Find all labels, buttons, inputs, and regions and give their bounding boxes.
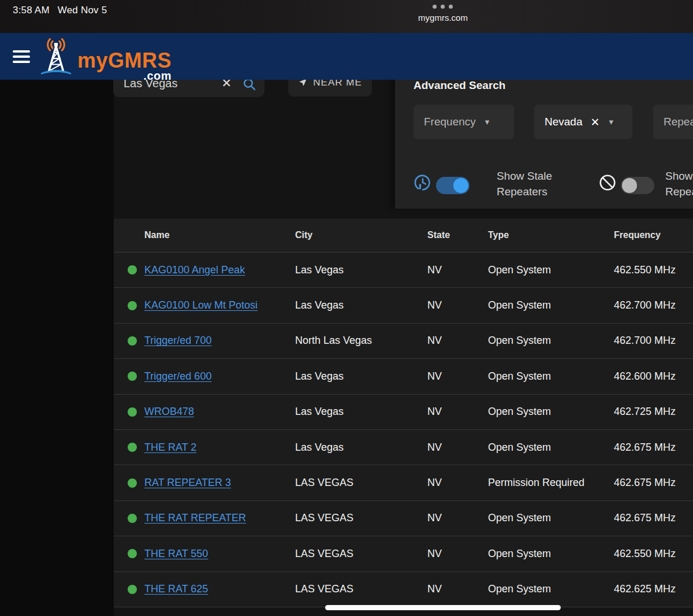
col-header-city: City (295, 230, 427, 240)
repeater-link[interactable]: Trigger/ed 600 (144, 370, 211, 383)
table-body: KAG0100 Angel Peak Las Vegas NV Open Sys… (114, 253, 693, 607)
state-cell: NV (427, 299, 488, 311)
mygmrs-logo[interactable]: myGMRS .com (38, 36, 172, 83)
table-row: Trigger/ed 700 North Las Vegas NV Open S… (114, 324, 693, 359)
frequency-cell: 462.625 MHz (614, 583, 693, 595)
city-cell: Las Vegas (295, 299, 427, 311)
city-cell: Las Vegas (295, 406, 427, 418)
frequency-cell: 462.675 MHz (614, 477, 693, 489)
status-time: 3:58 AM (13, 5, 50, 16)
chevron-down-icon: ▾ (485, 117, 490, 127)
radio-tower-icon (38, 36, 74, 80)
repeater-table: Name City State Type Frequency KAG0100 A… (114, 218, 693, 607)
status-online-dot (128, 301, 137, 310)
city-cell: LAS VEGAS (295, 548, 427, 560)
state-cell: NV (427, 406, 488, 418)
frequency-cell: 462.675 MHz (614, 441, 693, 454)
frequency-cell: 462.550 MHz (614, 548, 693, 560)
frequency-cell: 462.550 MHz (614, 264, 693, 276)
stale-clock-icon (413, 173, 432, 194)
table-row: KAG0100 Angel Peak Las Vegas NV Open Sys… (114, 253, 693, 288)
app-header: myGMRS .com (0, 33, 693, 80)
status-online-dot (128, 585, 137, 594)
show-offline-label: Show Off Repeater (665, 168, 693, 199)
frequency-cell: 462.675 MHz (614, 512, 693, 524)
table-row: THE RAT 2 Las Vegas NV Open System 462.6… (114, 430, 693, 465)
city-cell: LAS VEGAS (295, 583, 427, 595)
city-cell: LAS VEGAS (295, 477, 427, 489)
table-row: Trigger/ed 600 Las Vegas NV Open System … (114, 359, 693, 394)
status-online-dot (128, 549, 137, 558)
repeater-link[interactable]: KAG0100 Angel Peak (144, 264, 245, 276)
home-indicator-bar[interactable] (325, 605, 561, 610)
state-cell: NV (427, 583, 488, 595)
repeater-link[interactable]: Trigger/ed 700 (144, 335, 211, 347)
logo-wordmark: myGMRS (77, 51, 172, 70)
advanced-search-panel: Advanced Search Frequency ▾ Nevada ✕ ▾ R… (395, 68, 693, 209)
repeater-type-dropdown-label: Repea (664, 116, 693, 128)
hamburger-menu-icon[interactable] (13, 50, 30, 63)
status-date: Wed Nov 5 (58, 5, 107, 16)
frequency-cell: 462.700 MHz (614, 299, 693, 311)
city-cell: LAS VEGAS (295, 512, 427, 524)
frequency-cell: 462.600 MHz (614, 370, 693, 383)
type-cell: Open System (488, 370, 614, 383)
type-cell: Open System (488, 406, 614, 418)
type-cell: Open System (488, 548, 614, 560)
table-row: THE RAT REPEATER LAS VEGAS NV Open Syste… (114, 501, 693, 536)
col-header-type: Type (488, 230, 614, 240)
show-stale-toggle[interactable] (436, 177, 470, 194)
table-row: KAG0100 Low Mt Potosi Las Vegas NV Open … (114, 288, 693, 323)
repeater-link[interactable]: THE RAT REPEATER (144, 512, 246, 524)
repeater-link[interactable]: THE RAT 2 (144, 441, 196, 454)
left-gutter (0, 80, 114, 616)
type-cell: Open System (488, 441, 614, 454)
type-cell: Open System (488, 583, 614, 595)
status-online-dot (128, 265, 137, 274)
state-cell: NV (427, 264, 488, 276)
repeater-link[interactable]: THE RAT 550 (144, 548, 208, 560)
repeater-link[interactable]: THE RAT 625 (144, 583, 208, 595)
table-row: THE RAT 625 LAS VEGAS NV Open System 462… (114, 572, 693, 607)
repeater-link[interactable]: WROB478 (144, 406, 194, 418)
status-online-dot (128, 372, 137, 381)
table-header: Name City State Type Frequency (114, 218, 693, 253)
table-row: WROB478 Las Vegas NV Open System 462.725… (114, 395, 693, 430)
status-bar: 3:58 AM Wed Nov 5 mygmrs.com (0, 0, 693, 33)
status-online-dot (128, 336, 137, 346)
site-domain: mygmrs.com (418, 13, 468, 23)
city-cell: North Las Vegas (295, 335, 427, 347)
multitask-dots-icon[interactable] (418, 5, 468, 9)
state-dropdown-value: Nevada (545, 116, 583, 128)
state-cell: NV (427, 335, 488, 347)
offline-ban-icon (598, 173, 617, 194)
status-online-dot (128, 478, 137, 488)
city-cell: Las Vegas (295, 441, 427, 454)
type-cell: Open System (488, 299, 614, 311)
repeater-type-dropdown[interactable]: Repea (653, 105, 693, 139)
col-header-frequency: Frequency (614, 230, 693, 240)
repeater-link[interactable]: KAG0100 Low Mt Potosi (144, 299, 258, 311)
repeater-link[interactable]: RAT REPEATER 3 (144, 477, 231, 489)
frequency-dropdown[interactable]: Frequency ▾ (413, 105, 514, 139)
show-offline-toggle[interactable] (621, 177, 654, 194)
table-row: THE RAT 550 LAS VEGAS NV Open System 462… (114, 536, 693, 572)
advanced-search-title: Advanced Search (413, 79, 505, 92)
frequency-dropdown-label: Frequency (424, 116, 476, 128)
state-cell: NV (427, 370, 488, 383)
col-header-name: Name (128, 230, 295, 240)
type-cell: Open System (488, 512, 614, 524)
type-cell: Open System (488, 335, 614, 347)
type-cell: Permission Required (488, 477, 614, 489)
type-cell: Open System (488, 264, 614, 276)
table-row: RAT REPEATER 3 LAS VEGAS NV Permission R… (114, 465, 693, 500)
state-cell: NV (427, 441, 488, 454)
state-cell: NV (427, 548, 488, 560)
city-cell: Las Vegas (295, 370, 427, 383)
state-dropdown[interactable]: Nevada ✕ ▾ (534, 105, 632, 139)
show-stale-label: Show Stale Repeaters (497, 168, 552, 199)
chevron-down-icon: ▾ (609, 117, 613, 127)
logo-suffix: .com (143, 69, 172, 83)
status-online-dot (128, 514, 137, 523)
clear-state-icon[interactable]: ✕ (591, 116, 600, 129)
